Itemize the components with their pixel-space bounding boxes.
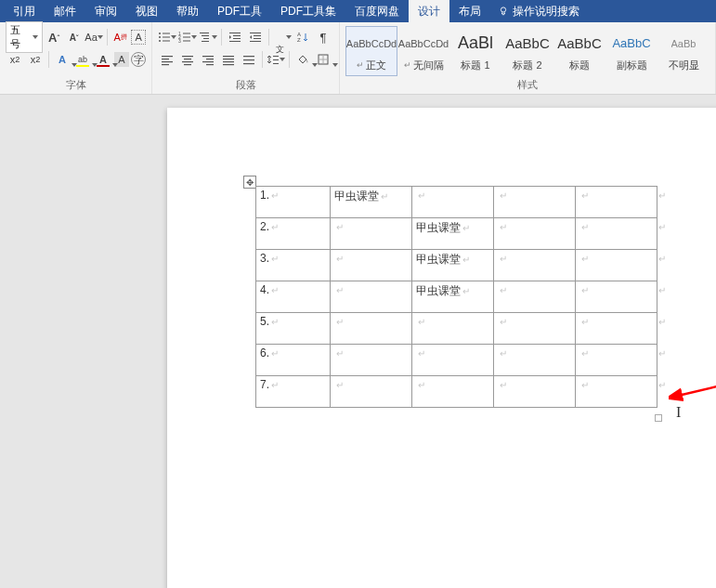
style-subtle[interactable]: AaBb 不明显 (657, 26, 709, 76)
table-cell[interactable]: ↵ (494, 313, 576, 345)
table-cell[interactable]: 甲虫课堂↵ (412, 250, 494, 281)
table-cell[interactable]: 3.↵ (256, 250, 331, 281)
svg-rect-24 (250, 41, 261, 42)
chevron-down-icon (332, 63, 338, 67)
svg-rect-27 (162, 56, 173, 57)
style-title[interactable]: AaBbC 标题 (553, 26, 605, 76)
table-cell[interactable]: 1.↵ (256, 187, 331, 218)
table-row[interactable]: 2.↵↵甲虫课堂↵↵↵↵ (256, 218, 657, 250)
table-cell[interactable]: ↵ (331, 313, 412, 345)
line-spacing-button[interactable] (267, 50, 285, 69)
style-heading2[interactable]: AaBbC 标题 2 (501, 26, 553, 76)
table-cell[interactable]: ↵ (331, 376, 412, 408)
bullets-button[interactable] (158, 28, 176, 46)
align-distribute-button[interactable] (240, 50, 258, 69)
table-cell[interactable]: ↵ (331, 281, 412, 313)
tab-view[interactable]: 视图 (126, 0, 167, 23)
table-cell[interactable]: 甲虫课堂↵ (412, 281, 494, 313)
table-move-handle[interactable]: ✥ (243, 176, 256, 189)
document-area[interactable]: ✥ 1.↵甲虫课堂↵↵↵↵↵2.↵↵甲虫课堂↵↵↵↵3.↵↵甲虫课堂↵↵↵↵4.… (0, 95, 716, 588)
table-row[interactable]: 5.↵↵↵↵↵↵ (256, 313, 657, 345)
table-cell[interactable]: ↵↵ (576, 345, 657, 376)
table-cell[interactable]: 2.↵ (256, 218, 331, 250)
style-normal[interactable]: AaBbCcDd ↵正文 (345, 26, 397, 76)
table-cell[interactable]: ↵ (412, 345, 494, 376)
text-effects-button[interactable]: A (53, 50, 72, 69)
sort-button[interactable]: AZ (293, 28, 312, 46)
table-row[interactable]: 7.↵↵↵↵↵↵ (256, 376, 657, 408)
table-cell[interactable]: ↵ (494, 187, 576, 218)
align-right-button[interactable] (199, 50, 217, 69)
grow-font-button[interactable]: Aˆ (45, 28, 63, 46)
tab-review[interactable]: 审阅 (85, 0, 126, 23)
document-table[interactable]: 1.↵甲虫课堂↵↵↵↵↵2.↵↵甲虫课堂↵↵↵↵3.↵↵甲虫课堂↵↵↵↵4.↵↵… (255, 186, 657, 408)
highlight-button[interactable]: ab (73, 50, 92, 69)
borders-button[interactable] (314, 50, 332, 69)
style-heading1[interactable]: AaBl 标题 1 (449, 26, 501, 76)
table-cell[interactable]: ↵↵ (576, 218, 657, 250)
table-cell[interactable]: ↵ (494, 281, 576, 313)
table-cell[interactable]: ↵ (331, 250, 412, 281)
tab-pdf-tool[interactable]: PDF工具 (208, 0, 271, 23)
table-cell[interactable]: ↵↵ (576, 281, 657, 313)
multilevel-list-button[interactable] (199, 28, 217, 46)
increase-indent-button[interactable] (246, 28, 265, 46)
table-cell[interactable]: ↵ (412, 313, 494, 345)
align-center-button[interactable] (178, 50, 197, 69)
table-cell[interactable]: ↵ (412, 376, 494, 408)
decrease-indent-button[interactable] (226, 28, 244, 46)
table-cell[interactable]: ↵ (494, 345, 576, 376)
table-cell[interactable]: 4.↵ (256, 281, 331, 313)
tab-references[interactable]: 引用 (4, 0, 45, 23)
subscript-button[interactable]: x2 (26, 50, 45, 69)
table-cell[interactable]: ↵ (494, 376, 576, 408)
table-cell[interactable]: 7.↵ (256, 376, 331, 408)
svg-rect-19 (233, 38, 241, 39)
tab-pdf-tools[interactable]: PDF工具集 (271, 0, 345, 23)
table-resize-handle[interactable] (655, 414, 662, 422)
table-cell[interactable]: ↵ (331, 218, 412, 250)
table-cell[interactable]: ↵ (494, 218, 576, 250)
table-row[interactable]: 6.↵↵↵↵↵↵ (256, 345, 657, 376)
style-subtitle[interactable]: AaBbC 副标题 (605, 26, 657, 76)
table-cell[interactable]: ↵ (494, 250, 576, 281)
change-case-button[interactable]: Aa (85, 28, 103, 46)
superscript-button[interactable]: x2 (6, 50, 24, 69)
char-border-button[interactable]: A (131, 30, 146, 45)
tab-baidu[interactable]: 百度网盘 (345, 0, 409, 23)
align-justify-button[interactable] (219, 50, 238, 69)
tell-me-search[interactable]: 操作说明搜索 (490, 4, 579, 20)
table-cell[interactable]: ↵ (412, 187, 494, 218)
tab-design[interactable]: 设计 (409, 0, 449, 23)
tab-help[interactable]: 帮助 (167, 0, 208, 23)
table-cell[interactable]: ↵↵ (576, 313, 657, 345)
table-cell[interactable]: 甲虫课堂↵ (412, 218, 494, 250)
document-page[interactable]: ✥ 1.↵甲虫课堂↵↵↵↵↵2.↵↵甲虫课堂↵↵↵↵3.↵↵甲虫课堂↵↵↵↵4.… (167, 108, 716, 588)
table-row[interactable]: 1.↵甲虫课堂↵↵↵↵↵ (256, 187, 657, 218)
table-cell[interactable]: ↵ (331, 345, 412, 376)
table-cell[interactable]: ↵↵ (576, 187, 657, 218)
table-cell[interactable]: 5.↵ (256, 313, 331, 345)
show-marks-button[interactable]: ¶ (314, 28, 332, 46)
text-direction-button[interactable]: 文 (273, 28, 292, 46)
font-size-combo[interactable]: 五号 (6, 21, 43, 53)
enclose-char-button[interactable]: 字 (131, 52, 146, 67)
table-row[interactable]: 4.↵↵甲虫课堂↵↵↵↵ (256, 281, 657, 313)
style-nospacing[interactable]: AaBbCcDd ↵无间隔 (397, 26, 449, 76)
phonetic-guide-button[interactable]: A拼 (111, 28, 130, 46)
table-cell[interactable]: ↵↵ (576, 376, 657, 408)
shading-button[interactable] (293, 50, 312, 69)
table-cell[interactable]: 甲虫课堂↵ (331, 187, 412, 218)
font-color-button[interactable]: A (94, 50, 112, 69)
align-left-button[interactable] (158, 50, 176, 69)
svg-rect-22 (254, 35, 261, 36)
table-cell[interactable]: ↵↵ (576, 250, 657, 281)
table-row[interactable]: 3.↵↵甲虫课堂↵↵↵↵ (256, 250, 657, 281)
svg-rect-30 (162, 64, 169, 65)
svg-rect-13 (200, 33, 209, 33)
shrink-font-button[interactable]: Aˇ (65, 28, 84, 46)
tab-layout[interactable]: 布局 (449, 0, 490, 23)
numbering-button[interactable]: 123 (178, 28, 197, 46)
table-cell[interactable]: 6.↵ (256, 345, 331, 376)
tab-mailings[interactable]: 邮件 (45, 0, 85, 23)
